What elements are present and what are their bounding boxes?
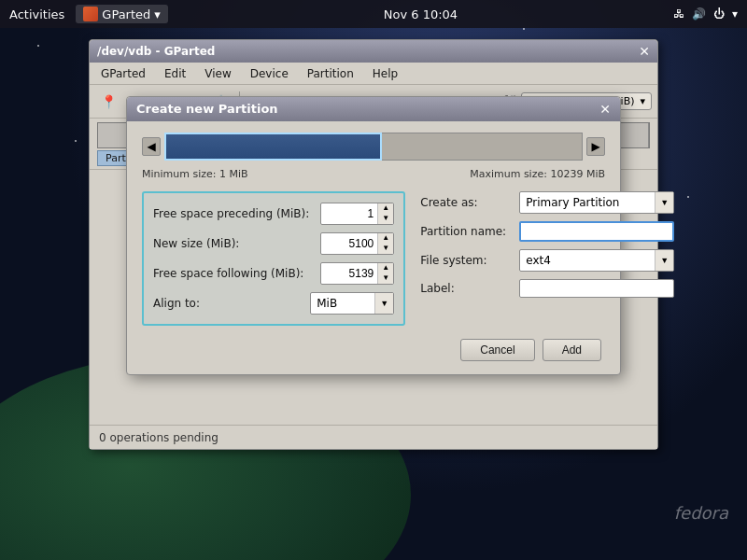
dialog-form: Free space preceding (MiB): ▲ ▼ <box>142 191 605 326</box>
network-icon: 🖧 <box>673 7 684 21</box>
power-icon: ⏻ <box>713 7 725 21</box>
taskbar-datetime: Nov 6 10:04 <box>384 7 458 21</box>
free-space-following-down[interactable]: ▼ <box>378 273 393 284</box>
new-size-label: New size (MiB): <box>153 237 239 250</box>
free-space-preceding-input[interactable] <box>321 205 377 222</box>
partition-name-row: Partition name: <box>420 221 674 242</box>
min-size-label: Minimum size: 1 MiB <box>142 168 248 180</box>
dialog-buttons: Cancel Add <box>142 339 605 361</box>
new-size-input[interactable] <box>321 235 377 252</box>
file-system-dropdown-btn[interactable]: ▼ <box>655 250 673 271</box>
file-system-label: File system: <box>420 254 514 267</box>
label-label: Label: <box>420 282 514 295</box>
new-size-up[interactable]: ▲ <box>378 233 393 244</box>
taskbar-app[interactable]: GParted ▾ <box>76 5 168 23</box>
free-space-preceding-up[interactable]: ▲ <box>378 203 393 214</box>
create-as-row: Create as: Primary Partition ▼ <box>420 191 674 214</box>
new-size-row: New size (MiB): ▲ ▼ <box>153 232 394 255</box>
file-system-value: ext4 <box>520 252 655 269</box>
new-size-spinner[interactable]: ▲ ▼ <box>320 232 394 255</box>
create-partition-dialog: Create new Partition ✕ ◀ ▶ Minimum size:… <box>126 96 621 375</box>
volume-icon: 🔊 <box>692 7 706 21</box>
new-size-down[interactable]: ▼ <box>378 244 393 254</box>
slider-left-arrow[interactable]: ◀ <box>142 137 161 156</box>
slider-track <box>164 133 583 161</box>
form-left-panel: Free space preceding (MiB): ▲ ▼ <box>142 191 405 326</box>
align-to-row: Align to: MiB ▼ <box>153 292 394 315</box>
label-input[interactable] <box>519 279 674 298</box>
cancel-button[interactable]: Cancel <box>460 339 534 361</box>
free-space-following-row: Free space following (MiB): ▲ ▼ <box>153 262 394 285</box>
free-space-preceding-spinner[interactable]: ▲ ▼ <box>320 203 394 225</box>
free-space-preceding-label: Free space preceding (MiB): <box>153 207 309 220</box>
create-as-value: Primary Partition <box>520 194 655 211</box>
align-to-dropdown-btn[interactable]: ▼ <box>374 293 393 314</box>
create-as-label: Create as: <box>420 196 514 209</box>
free-space-following-input[interactable] <box>321 265 377 282</box>
partition-name-input[interactable] <box>519 221 674 242</box>
free-space-following-up[interactable]: ▲ <box>378 263 393 273</box>
taskbar-right: 🖧 🔊 ⏻ ▾ <box>673 7 738 21</box>
align-to-combo[interactable]: MiB ▼ <box>310 292 394 315</box>
partition-name-label: Partition name: <box>420 225 514 238</box>
taskbar-app-arrow[interactable]: ▾ <box>154 7 161 21</box>
slider-filled-portion <box>164 133 382 161</box>
file-system-combo[interactable]: ext4 ▼ <box>519 249 674 272</box>
free-space-preceding-down[interactable]: ▼ <box>378 214 393 224</box>
file-system-row: File system: ext4 ▼ <box>420 249 674 272</box>
add-button[interactable]: Add <box>543 339 601 361</box>
create-as-combo[interactable]: Primary Partition ▼ <box>519 191 674 214</box>
dialog-close-button[interactable]: ✕ <box>599 102 611 117</box>
dialog-titlebar: Create new Partition ✕ <box>127 97 620 121</box>
max-size-label: Maximum size: 10239 MiB <box>470 168 605 180</box>
taskbar: Activities GParted ▾ Nov 6 10:04 🖧 🔊 ⏻ ▾ <box>0 0 747 28</box>
dialog-body: ◀ ▶ Minimum size: 1 MiB Maximum size: 10… <box>127 121 620 374</box>
free-space-preceding-spin-btns: ▲ ▼ <box>377 203 393 224</box>
free-space-preceding-row: Free space preceding (MiB): ▲ ▼ <box>153 203 394 225</box>
dialog-overlay: Create new Partition ✕ ◀ ▶ Minimum size:… <box>90 40 657 449</box>
align-to-value: MiB <box>311 295 374 312</box>
align-to-label: Align to: <box>153 297 200 310</box>
label-row: Label: <box>420 279 674 298</box>
gparted-app-icon <box>83 7 98 21</box>
free-space-following-label: Free space following (MiB): <box>153 267 303 280</box>
free-space-following-spinner[interactable]: ▲ ▼ <box>320 262 394 285</box>
fedora-watermark: fedora <box>674 503 728 523</box>
taskbar-arrow: ▾ <box>732 7 738 21</box>
slider-empty-portion <box>382 133 583 161</box>
free-space-following-spin-btns: ▲ ▼ <box>377 263 393 284</box>
form-right-panel: Create as: Primary Partition ▼ Partition… <box>420 191 674 326</box>
new-size-spin-btns: ▲ ▼ <box>377 233 393 254</box>
slider-right-arrow[interactable]: ▶ <box>586 137 605 156</box>
dialog-title: Create new Partition <box>136 102 278 116</box>
taskbar-app-name: GParted <box>102 7 150 21</box>
main-window: /dev/vdb - GParted ✕ GParted Edit View D… <box>89 39 658 450</box>
size-labels: Minimum size: 1 MiB Maximum size: 10239 … <box>142 168 605 180</box>
taskbar-left: Activities GParted ▾ <box>9 5 168 23</box>
create-as-dropdown-btn[interactable]: ▼ <box>655 192 673 213</box>
partition-slider: ◀ ▶ <box>142 133 605 161</box>
activities-label[interactable]: Activities <box>9 7 64 21</box>
